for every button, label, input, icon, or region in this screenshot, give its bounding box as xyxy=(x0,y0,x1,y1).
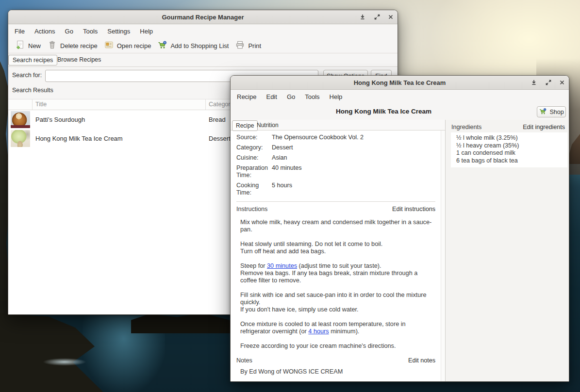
menu-actions[interactable]: Actions xyxy=(30,26,60,37)
window-minimize-icon xyxy=(360,13,365,22)
menu-help[interactable]: Help xyxy=(135,26,158,37)
menu-tools[interactable]: Tools xyxy=(78,26,102,37)
shopping-cart-icon xyxy=(157,40,167,51)
window-maximize-button[interactable] xyxy=(544,78,553,88)
titlebar[interactable]: Gourmand Recipe Manager xyxy=(8,10,398,24)
print-button[interactable]: Print xyxy=(232,39,264,52)
instruction-text: Steep for xyxy=(240,262,267,269)
window-maximize-button[interactable] xyxy=(372,13,382,22)
source-value: The Opensource Cookbook Vol. 2 xyxy=(272,134,435,141)
tab-nutrition[interactable]: Nutrition xyxy=(253,120,282,130)
notes-header: Notes Edit notes xyxy=(236,357,435,364)
add-to-shopping-list-button[interactable]: Add to Shopping List xyxy=(154,39,232,52)
instruction-text: Heat slowly until steaming. Do not let i… xyxy=(240,241,382,255)
menu-settings[interactable]: Settings xyxy=(102,26,135,37)
bread-thumbnail xyxy=(11,111,30,128)
instruction-text: Fill sink with ice and set sauce-pan int… xyxy=(240,292,427,313)
instructions-label: Instructions xyxy=(236,206,267,212)
prep-time-value: 40 minutes xyxy=(272,164,435,179)
window-maximize-icon xyxy=(546,79,551,87)
prep-time-label: Preparation Time: xyxy=(236,164,272,179)
window-close-button[interactable] xyxy=(557,78,567,88)
ingredient-item[interactable]: 1 can condensed milk xyxy=(456,149,565,157)
menu-recipe[interactable]: Recipe xyxy=(232,91,261,102)
window-minimize-button[interactable] xyxy=(529,78,539,88)
instruction-paragraph: Heat slowly until steaming. Do not let i… xyxy=(240,241,433,255)
edit-instructions-button[interactable]: Edit instructions xyxy=(392,206,435,212)
notes-label: Notes xyxy=(236,357,252,364)
menu-tools[interactable]: Tools xyxy=(300,91,324,102)
column-header-title[interactable]: Title xyxy=(33,99,206,110)
vertical-scrollbar[interactable] xyxy=(441,131,445,381)
menu-go[interactable]: Go xyxy=(60,26,78,37)
instruction-text: minimum). xyxy=(329,328,360,335)
instruction-paragraph: Mix whole milk, heavy cream and condense… xyxy=(240,219,433,233)
tab-browse-recipes[interactable]: Browse Recipes xyxy=(53,55,105,65)
time-link[interactable]: 30 minutes xyxy=(267,262,297,269)
cuisine-value: Asian xyxy=(272,154,435,162)
ingredients-pane: Ingredients Edit ingredients ½ l whole m… xyxy=(445,120,569,381)
cook-time-value: 5 hours xyxy=(272,182,435,196)
instruction-paragraph: Fill sink with ice and set sauce-pan int… xyxy=(240,292,433,313)
instruction-paragraph: Once mixture is cooled to at least room … xyxy=(240,321,433,335)
toolbar: New Delete recipe Open recipe Add to Sho… xyxy=(8,38,398,53)
ingredient-item[interactable]: ½ l heavy cream (35%) xyxy=(456,142,565,150)
ingredient-item[interactable]: 6 tea bags of black tea xyxy=(456,157,565,165)
category-value: Dessert xyxy=(272,144,435,151)
recipe-header-row: Hong Kong Milk Tea Ice Cream Shop xyxy=(231,104,569,120)
window-close-icon xyxy=(388,13,394,22)
category-label: Category: xyxy=(236,144,272,151)
ingredients-header: Ingredients Edit ingredients xyxy=(451,124,565,131)
menu-go[interactable]: Go xyxy=(282,91,300,102)
tab-search-recipes[interactable]: Search recipes xyxy=(8,55,57,65)
ice-cream-thumbnail xyxy=(11,130,30,147)
edit-ingredients-button[interactable]: Edit ingredients xyxy=(523,124,565,131)
menu-edit[interactable]: Edit xyxy=(261,91,282,102)
recipe-title-cell: Patti's Sourdough xyxy=(33,116,206,123)
instructions-text: Mix whole milk, heavy cream and condense… xyxy=(236,219,435,350)
instruction-paragraph: Freeze according to your ice cream machi… xyxy=(240,343,433,350)
window-close-button[interactable] xyxy=(386,13,396,22)
instruction-text: Freeze according to your ice cream machi… xyxy=(240,343,396,349)
column-header-icon[interactable] xyxy=(8,99,33,110)
open-recipe-icon xyxy=(104,40,114,51)
recipe-title-cell: Hong Kong Milk Tea Ice Cream xyxy=(33,135,206,142)
cook-time-label: Cooking Time: xyxy=(236,182,272,196)
window-minimize-button[interactable] xyxy=(358,13,367,22)
window-maximize-icon xyxy=(374,13,380,22)
recipe-card-window: Hong Kong Milk Tea Ice Cream Recipe Edit… xyxy=(230,75,569,382)
search-results-label: Search Results xyxy=(12,87,53,94)
menubar: Recipe Edit Go Tools Help xyxy=(231,90,569,104)
ingredients-label: Ingredients xyxy=(451,124,481,131)
divider xyxy=(236,201,435,202)
window-title: Hong Kong Milk Tea Ice Cream xyxy=(231,79,569,86)
open-recipe-button[interactable]: Open recipe xyxy=(101,39,154,52)
print-label: Print xyxy=(248,42,261,49)
ingredients-list: ½ l whole milk (3.25%) ½ l heavy cream (… xyxy=(451,132,567,167)
search-for-label: Search for: xyxy=(12,72,42,79)
recipe-heading: Hong Kong Milk Tea Ice Cream xyxy=(231,108,537,115)
recipe-tabbar: Recipe Nutrition xyxy=(231,120,445,131)
delete-recipe-label: Delete recipe xyxy=(60,42,98,49)
shop-button[interactable]: Shop xyxy=(537,106,566,117)
instruction-paragraph: Steep for 30 minutes (adjust time to sui… xyxy=(240,262,433,284)
sea-foam xyxy=(43,358,86,366)
add-to-shopping-list-label: Add to Shopping List xyxy=(170,42,229,49)
menu-help[interactable]: Help xyxy=(325,91,348,102)
instructions-header: Instructions Edit instructions xyxy=(236,206,435,212)
trash-icon xyxy=(47,40,57,51)
print-icon xyxy=(235,40,245,51)
notes-text: By Ed Wong of WONGS ICE CREAM xyxy=(236,368,435,375)
manager-tabbar: Search recipes Browse Recipes xyxy=(8,53,398,67)
desktop-screen: Gourmand Recipe Manager File Actions Go xyxy=(0,0,580,392)
new-recipe-label: New xyxy=(28,42,41,49)
titlebar[interactable]: Hong Kong Milk Tea Ice Cream xyxy=(231,76,569,90)
delete-recipe-button[interactable]: Delete recipe xyxy=(44,39,100,52)
open-recipe-label: Open recipe xyxy=(117,42,151,49)
ingredient-item[interactable]: ½ l whole milk (3.25%) xyxy=(456,134,565,142)
edit-notes-button[interactable]: Edit notes xyxy=(408,357,435,364)
menu-file[interactable]: File xyxy=(10,26,30,37)
recipe-left-pane: Recipe Nutrition Source: The Opensource … xyxy=(231,120,445,381)
new-recipe-button[interactable]: New xyxy=(12,39,44,52)
time-link[interactable]: 4 hours xyxy=(308,328,329,335)
